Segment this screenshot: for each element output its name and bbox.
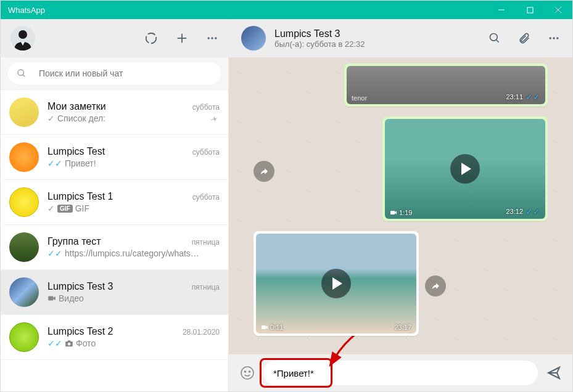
attach-icon[interactable] [518, 32, 530, 44]
svg-point-15 [68, 343, 71, 346]
search-box[interactable] [8, 62, 221, 84]
maximize-button[interactable] [516, 1, 544, 19]
contact-avatar[interactable] [241, 26, 266, 51]
check-icon: ✓ [47, 113, 55, 123]
svg-point-21 [556, 37, 558, 39]
minimize-button[interactable] [487, 1, 516, 19]
sidebar: Мои заметкисуббота ✓Список дел: Lumpics … [1, 19, 229, 391]
chat-time: пятница [192, 283, 220, 292]
video-icon [390, 209, 397, 216]
svg-rect-23 [262, 325, 266, 329]
chat-item-notes[interactable]: Мои заметкисуббота ✓Список дел: [1, 90, 228, 135]
watermark: tenor [352, 94, 367, 102]
search-icon [17, 68, 27, 78]
gif-badge: GIF [57, 205, 73, 213]
status-icon[interactable] [144, 31, 158, 45]
chat-name: Группа тест [47, 236, 101, 247]
avatar [9, 277, 39, 307]
duration: 0:11 [270, 324, 283, 331]
avatar [9, 322, 39, 352]
chat-menu-icon[interactable] [548, 32, 560, 44]
chat-item-lumpics-test-3[interactable]: Lumpics Test 3пятница Видео [1, 270, 228, 315]
video-icon [47, 294, 56, 303]
contact-status: был(-а): суббота в 22:32 [274, 39, 480, 49]
check-icon: ✓ [47, 203, 55, 213]
search-row [1, 57, 228, 90]
forward-button[interactable] [254, 161, 274, 182]
camera-icon [65, 339, 73, 348]
chat-item-lumpics-test-1[interactable]: Lumpics Test 1суббота ✓GIF GIF [1, 180, 228, 225]
chat-name: Мои заметки [47, 101, 106, 112]
avatar [9, 232, 39, 262]
play-icon[interactable] [450, 154, 480, 184]
send-button[interactable] [546, 365, 561, 380]
chat-panel: Lumpics Test 3 был(-а): суббота в 22:32 [229, 19, 572, 391]
video-icon [261, 324, 268, 331]
msg-time: 23:11 [506, 93, 523, 100]
check-icon: ✓✓ [47, 158, 62, 168]
svg-line-12 [23, 75, 25, 76]
messages-area[interactable]: tenor 23:11✓✓ 1:19 23:12✓✓ [229, 57, 572, 354]
svg-point-5 [146, 33, 157, 44]
check-icon: ✓✓ [47, 248, 62, 258]
chat-list: Мои заметкисуббота ✓Список дел: Lumpics … [1, 90, 228, 391]
svg-point-4 [19, 30, 27, 39]
duration: 1:19 [399, 209, 412, 216]
svg-line-18 [497, 40, 499, 43]
svg-point-9 [211, 37, 213, 39]
avatar [9, 187, 39, 217]
chat-name: Lumpics Test 3 [47, 281, 113, 292]
profile-avatar[interactable] [10, 26, 35, 51]
svg-point-19 [550, 37, 551, 39]
svg-point-25 [245, 371, 246, 372]
sidebar-header [1, 19, 228, 57]
svg-rect-16 [68, 340, 71, 341]
chat-time: пятница [192, 238, 220, 247]
msg-time: 23:17 [394, 324, 411, 331]
check-icon: ✓✓ [526, 206, 540, 216]
chat-name: Lumpics Test 1 [47, 191, 113, 202]
search-input[interactable] [39, 68, 212, 78]
message-input[interactable] [273, 368, 528, 378]
check-icon: ✓✓ [47, 338, 62, 348]
chat-time: 28.01.2020 [183, 328, 220, 337]
chat-item-lumpics-test[interactable]: Lumpics Testсуббота ✓✓Привет! [1, 135, 228, 180]
svg-rect-1 [527, 7, 533, 13]
new-chat-icon[interactable] [175, 31, 189, 45]
svg-point-17 [490, 34, 498, 41]
pin-icon [210, 115, 220, 127]
svg-rect-13 [48, 296, 53, 301]
compose-bar [229, 354, 572, 391]
chat-item-lumpics-test-2[interactable]: Lumpics Test 228.01.2020 ✓✓Фото [1, 315, 228, 360]
svg-point-8 [208, 37, 210, 39]
forward-button[interactable] [425, 276, 446, 296]
play-icon[interactable] [321, 269, 351, 298]
app-title: WhatsApp [8, 6, 45, 15]
svg-point-11 [18, 70, 23, 75]
chat-preview: Видео [59, 293, 84, 303]
check-icon: ✓✓ [526, 92, 540, 102]
chat-preview: https://lumpics.ru/category/whats… [65, 248, 199, 258]
contact-name: Lumpics Test 3 [274, 28, 480, 39]
svg-rect-22 [390, 211, 395, 214]
message-video-1[interactable]: 1:19 23:12✓✓ [382, 116, 548, 221]
message-video-2[interactable]: 0:11 23:17 [254, 231, 419, 336]
close-button[interactable] [544, 1, 572, 19]
svg-point-10 [215, 37, 216, 39]
chat-name: Lumpics Test 2 [47, 326, 113, 337]
chat-preview: Привет! [65, 158, 96, 168]
emoji-icon[interactable] [240, 365, 255, 380]
msg-time: 23:12 [506, 208, 523, 215]
chat-time: суббота [192, 148, 220, 157]
chat-item-group[interactable]: Группа тестпятница ✓✓https://lumpics.ru/… [1, 225, 228, 270]
chat-preview: Фото [76, 338, 96, 348]
avatar [9, 97, 39, 127]
chat-header[interactable]: Lumpics Test 3 был(-а): суббота в 22:32 [229, 19, 572, 57]
chat-time: суббота [192, 103, 220, 112]
message-gif[interactable]: tenor 23:11✓✓ [344, 63, 548, 107]
compose-input-wrap[interactable] [263, 361, 538, 385]
svg-point-20 [553, 37, 554, 39]
svg-point-26 [249, 371, 250, 372]
menu-icon[interactable] [206, 32, 218, 44]
search-chat-icon[interactable] [488, 32, 501, 44]
